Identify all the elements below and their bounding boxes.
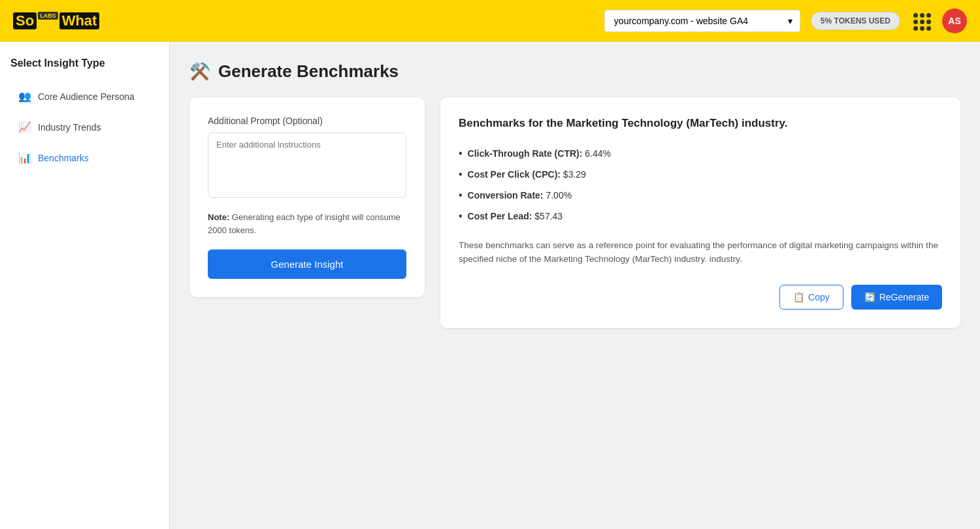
- logo-so: So: [13, 12, 37, 29]
- logo: SoLABS What: [13, 12, 99, 29]
- avatar[interactable]: AS: [942, 8, 967, 33]
- sidebar-item-industry-trends[interactable]: 📈 Industry Trends: [10, 113, 159, 141]
- result-metrics-list: Click-Through Rate (CTR): 6.44% Cost Per…: [459, 143, 942, 227]
- page-header-icon: ⚒️: [189, 61, 210, 82]
- metric-cpc: Cost Per Click (CPC): $3.29: [459, 164, 942, 185]
- core-audience-icon: 👥: [18, 90, 31, 103]
- page-header: ⚒️ Generate Benchmarks: [189, 61, 960, 82]
- result-actions: 📋 Copy 🔄 ReGenerate: [459, 285, 942, 310]
- industry-trends-icon: 📈: [18, 121, 31, 133]
- website-select[interactable]: yourcompany.com - website GA4: [604, 10, 800, 32]
- right-card: Benchmarks for the Marketing Technology …: [440, 97, 960, 328]
- website-selector-wrapper: yourcompany.com - website GA4: [604, 10, 800, 32]
- generate-insight-button[interactable]: Generate Insight: [208, 249, 406, 279]
- cards-row: Additional Prompt (Optional) Note: Gener…: [189, 97, 960, 328]
- logo-labs: LABS: [38, 12, 58, 20]
- tokens-badge: 5% TOKENS USED: [811, 12, 900, 30]
- sidebar-title: Select Insight Type: [10, 57, 159, 69]
- left-card: Additional Prompt (Optional) Note: Gener…: [189, 97, 425, 297]
- metric-cost-per-lead: Cost Per Lead: $57.43: [459, 206, 942, 227]
- note-text: Note: Generating each type of insight wi…: [208, 211, 406, 236]
- apps-icon[interactable]: [911, 10, 932, 31]
- sidebar-item-label-industry-trends: Industry Trends: [38, 122, 101, 133]
- main-content: ⚒️ Generate Benchmarks Additional Prompt…: [170, 42, 980, 529]
- copy-icon: 📋: [793, 292, 804, 302]
- result-title: Benchmarks for the Marketing Technology …: [459, 116, 942, 131]
- sidebar-item-label-benchmarks: Benchmarks: [38, 153, 89, 163]
- header: SoLABS What yourcompany.com - website GA…: [0, 0, 980, 42]
- sidebar-item-label-core-audience: Core Audience Persona: [38, 91, 135, 102]
- benchmarks-icon: 📊: [18, 152, 31, 164]
- prompt-label: Additional Prompt (Optional): [208, 116, 406, 126]
- metric-ctr: Click-Through Rate (CTR): 6.44%: [459, 143, 942, 164]
- main-layout: Select Insight Type 👥 Core Audience Pers…: [0, 42, 980, 529]
- page-title: Generate Benchmarks: [218, 61, 399, 82]
- copy-button[interactable]: 📋 Copy: [779, 285, 843, 310]
- sidebar-item-core-audience[interactable]: 👥 Core Audience Persona: [10, 82, 159, 110]
- regenerate-button[interactable]: 🔄 ReGenerate: [851, 285, 942, 310]
- regenerate-icon: 🔄: [864, 292, 875, 302]
- metric-conversion-rate: Conversion Rate: 7.00%: [459, 185, 942, 206]
- prompt-textarea[interactable]: [208, 133, 406, 198]
- sidebar: Select Insight Type 👥 Core Audience Pers…: [0, 42, 170, 529]
- result-description: These benchmarks can serve as a referenc…: [459, 238, 942, 266]
- logo-what: What: [59, 12, 100, 29]
- sidebar-item-benchmarks[interactable]: 📊 Benchmarks: [10, 144, 159, 172]
